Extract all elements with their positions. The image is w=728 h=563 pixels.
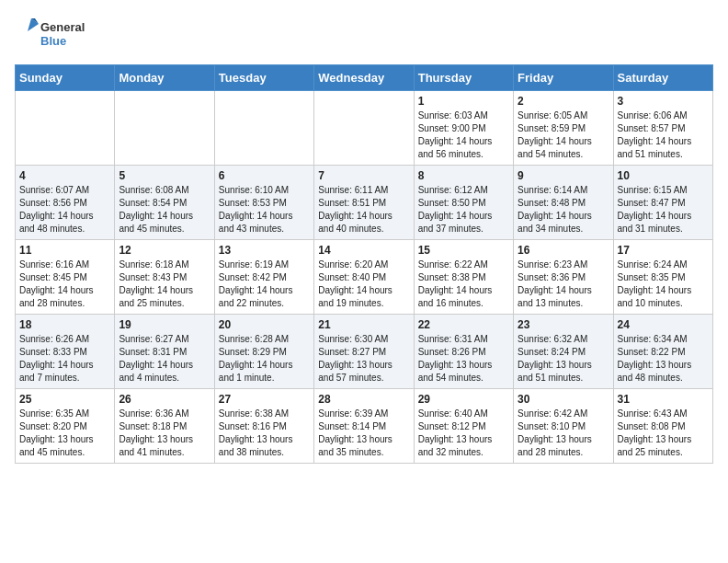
day-info: Sunrise: 6:27 AM Sunset: 8:31 PM Dayligh… bbox=[119, 333, 210, 385]
calendar-week-row: 25Sunrise: 6:35 AM Sunset: 8:20 PM Dayli… bbox=[16, 388, 713, 463]
svg-text:Blue: Blue bbox=[40, 34, 66, 48]
calendar-cell: 15Sunrise: 6:22 AM Sunset: 8:38 PM Dayli… bbox=[414, 239, 513, 314]
calendar-cell: 11Sunrise: 6:16 AM Sunset: 8:45 PM Dayli… bbox=[16, 239, 115, 314]
weekday-header-saturday: Saturday bbox=[613, 64, 712, 90]
logo: General Blue bbox=[15, 15, 97, 55]
calendar-cell: 19Sunrise: 6:27 AM Sunset: 8:31 PM Dayli… bbox=[115, 314, 214, 388]
day-info: Sunrise: 6:11 AM Sunset: 8:51 PM Dayligh… bbox=[318, 184, 409, 236]
svg-marker-2 bbox=[28, 18, 39, 31]
day-info: Sunrise: 6:14 AM Sunset: 8:48 PM Dayligh… bbox=[518, 184, 609, 236]
weekday-header-thursday: Thursday bbox=[414, 64, 513, 90]
day-number: 17 bbox=[618, 244, 709, 257]
day-number: 10 bbox=[618, 169, 709, 182]
day-info: Sunrise: 6:36 AM Sunset: 8:18 PM Dayligh… bbox=[119, 408, 210, 459]
calendar-cell: 18Sunrise: 6:26 AM Sunset: 8:33 PM Dayli… bbox=[16, 314, 115, 388]
weekday-header-monday: Monday bbox=[115, 64, 214, 90]
weekday-header-sunday: Sunday bbox=[16, 64, 115, 90]
day-number: 28 bbox=[318, 393, 409, 406]
calendar-cell: 28Sunrise: 6:39 AM Sunset: 8:14 PM Dayli… bbox=[314, 388, 414, 463]
day-number: 30 bbox=[518, 393, 609, 406]
calendar-cell: 29Sunrise: 6:40 AM Sunset: 8:12 PM Dayli… bbox=[414, 388, 513, 463]
day-number: 15 bbox=[418, 244, 509, 257]
calendar-cell: 8Sunrise: 6:12 AM Sunset: 8:50 PM Daylig… bbox=[414, 165, 513, 239]
calendar-cell bbox=[115, 90, 214, 165]
day-info: Sunrise: 6:20 AM Sunset: 8:40 PM Dayligh… bbox=[318, 259, 409, 310]
logo-text: General Blue bbox=[15, 15, 97, 55]
day-number: 24 bbox=[618, 318, 709, 331]
calendar-cell bbox=[16, 90, 115, 165]
calendar-cell: 25Sunrise: 6:35 AM Sunset: 8:20 PM Dayli… bbox=[16, 388, 115, 463]
calendar-cell: 6Sunrise: 6:10 AM Sunset: 8:53 PM Daylig… bbox=[214, 165, 313, 239]
day-number: 9 bbox=[518, 169, 609, 182]
logo-svg: General Blue bbox=[15, 15, 97, 52]
day-number: 4 bbox=[19, 169, 110, 182]
calendar-cell: 16Sunrise: 6:23 AM Sunset: 8:36 PM Dayli… bbox=[514, 239, 613, 314]
calendar-cell: 23Sunrise: 6:32 AM Sunset: 8:24 PM Dayli… bbox=[514, 314, 613, 388]
day-info: Sunrise: 6:38 AM Sunset: 8:16 PM Dayligh… bbox=[219, 408, 310, 459]
day-number: 25 bbox=[19, 393, 110, 406]
day-number: 29 bbox=[418, 393, 509, 406]
day-info: Sunrise: 6:39 AM Sunset: 8:14 PM Dayligh… bbox=[318, 408, 409, 459]
calendar-cell: 9Sunrise: 6:14 AM Sunset: 8:48 PM Daylig… bbox=[514, 165, 613, 239]
day-number: 23 bbox=[518, 318, 609, 331]
page-header: General Blue bbox=[15, 15, 713, 55]
calendar-cell: 27Sunrise: 6:38 AM Sunset: 8:16 PM Dayli… bbox=[214, 388, 313, 463]
day-number: 19 bbox=[119, 318, 210, 331]
day-number: 12 bbox=[119, 244, 210, 257]
calendar-cell: 17Sunrise: 6:24 AM Sunset: 8:35 PM Dayli… bbox=[613, 239, 712, 314]
day-info: Sunrise: 6:40 AM Sunset: 8:12 PM Dayligh… bbox=[418, 408, 509, 459]
day-number: 16 bbox=[518, 244, 609, 257]
day-info: Sunrise: 6:16 AM Sunset: 8:45 PM Dayligh… bbox=[19, 259, 110, 310]
calendar-cell: 14Sunrise: 6:20 AM Sunset: 8:40 PM Dayli… bbox=[314, 239, 414, 314]
day-number: 6 bbox=[219, 169, 310, 182]
calendar-cell: 7Sunrise: 6:11 AM Sunset: 8:51 PM Daylig… bbox=[314, 165, 414, 239]
day-info: Sunrise: 6:10 AM Sunset: 8:53 PM Dayligh… bbox=[219, 184, 310, 236]
calendar-cell: 5Sunrise: 6:08 AM Sunset: 8:54 PM Daylig… bbox=[115, 165, 214, 239]
calendar-cell: 31Sunrise: 6:43 AM Sunset: 8:08 PM Dayli… bbox=[613, 388, 712, 463]
calendar-cell: 24Sunrise: 6:34 AM Sunset: 8:22 PM Dayli… bbox=[613, 314, 712, 388]
calendar-cell: 10Sunrise: 6:15 AM Sunset: 8:47 PM Dayli… bbox=[613, 165, 712, 239]
day-info: Sunrise: 6:19 AM Sunset: 8:42 PM Dayligh… bbox=[219, 259, 310, 310]
day-number: 21 bbox=[318, 318, 409, 331]
day-info: Sunrise: 6:28 AM Sunset: 8:29 PM Dayligh… bbox=[219, 333, 310, 385]
calendar-week-row: 18Sunrise: 6:26 AM Sunset: 8:33 PM Dayli… bbox=[16, 314, 713, 388]
calendar-cell: 30Sunrise: 6:42 AM Sunset: 8:10 PM Dayli… bbox=[514, 388, 613, 463]
calendar-cell: 12Sunrise: 6:18 AM Sunset: 8:43 PM Dayli… bbox=[115, 239, 214, 314]
calendar-cell: 26Sunrise: 6:36 AM Sunset: 8:18 PM Dayli… bbox=[115, 388, 214, 463]
day-number: 31 bbox=[618, 393, 709, 406]
calendar-cell: 21Sunrise: 6:30 AM Sunset: 8:27 PM Dayli… bbox=[314, 314, 414, 388]
day-info: Sunrise: 6:12 AM Sunset: 8:50 PM Dayligh… bbox=[418, 184, 509, 236]
day-number: 5 bbox=[119, 169, 210, 182]
day-number: 27 bbox=[219, 393, 310, 406]
day-number: 7 bbox=[318, 169, 409, 182]
day-info: Sunrise: 6:23 AM Sunset: 8:36 PM Dayligh… bbox=[518, 259, 609, 310]
day-number: 22 bbox=[418, 318, 509, 331]
day-number: 14 bbox=[318, 244, 409, 257]
day-info: Sunrise: 6:05 AM Sunset: 8:59 PM Dayligh… bbox=[518, 109, 609, 161]
day-info: Sunrise: 6:24 AM Sunset: 8:35 PM Dayligh… bbox=[618, 259, 709, 310]
calendar-table: SundayMondayTuesdayWednesdayThursdayFrid… bbox=[15, 64, 713, 464]
calendar-cell bbox=[314, 90, 414, 165]
day-info: Sunrise: 6:32 AM Sunset: 8:24 PM Dayligh… bbox=[518, 333, 609, 385]
svg-text:General: General bbox=[40, 20, 85, 34]
calendar-cell: 22Sunrise: 6:31 AM Sunset: 8:26 PM Dayli… bbox=[414, 314, 513, 388]
calendar-cell: 13Sunrise: 6:19 AM Sunset: 8:42 PM Dayli… bbox=[214, 239, 313, 314]
day-number: 2 bbox=[518, 95, 609, 108]
day-info: Sunrise: 6:42 AM Sunset: 8:10 PM Dayligh… bbox=[518, 408, 609, 459]
weekday-header-wednesday: Wednesday bbox=[314, 64, 414, 90]
day-info: Sunrise: 6:43 AM Sunset: 8:08 PM Dayligh… bbox=[618, 408, 709, 459]
calendar-cell: 1Sunrise: 6:03 AM Sunset: 9:00 PM Daylig… bbox=[414, 90, 513, 165]
calendar-cell bbox=[214, 90, 313, 165]
day-info: Sunrise: 6:22 AM Sunset: 8:38 PM Dayligh… bbox=[418, 259, 509, 310]
calendar-cell: 20Sunrise: 6:28 AM Sunset: 8:29 PM Dayli… bbox=[214, 314, 313, 388]
day-number: 18 bbox=[19, 318, 110, 331]
day-number: 3 bbox=[618, 95, 709, 108]
day-number: 1 bbox=[418, 95, 509, 108]
day-number: 11 bbox=[19, 244, 110, 257]
day-info: Sunrise: 6:30 AM Sunset: 8:27 PM Dayligh… bbox=[318, 333, 409, 385]
weekday-header-tuesday: Tuesday bbox=[214, 64, 313, 90]
day-info: Sunrise: 6:15 AM Sunset: 8:47 PM Dayligh… bbox=[618, 184, 709, 236]
calendar-cell: 2Sunrise: 6:05 AM Sunset: 8:59 PM Daylig… bbox=[514, 90, 613, 165]
day-info: Sunrise: 6:35 AM Sunset: 8:20 PM Dayligh… bbox=[19, 408, 110, 459]
day-info: Sunrise: 6:03 AM Sunset: 9:00 PM Dayligh… bbox=[418, 109, 509, 161]
